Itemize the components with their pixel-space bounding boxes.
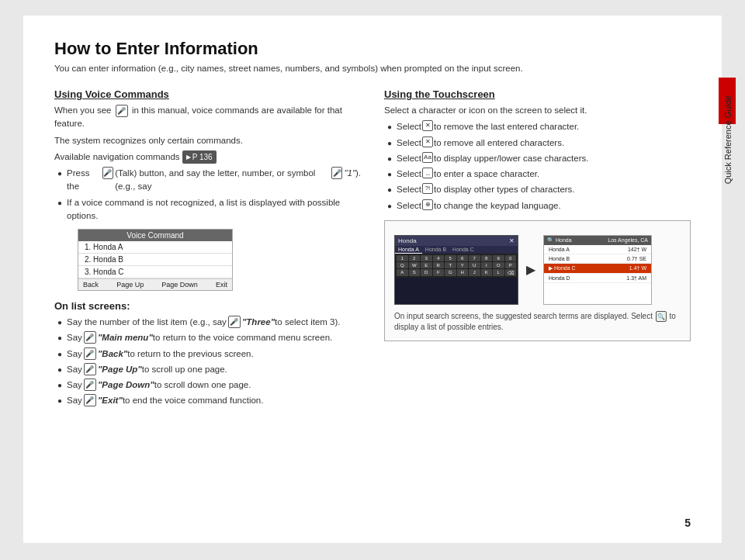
key-5: 5 [445,255,456,261]
clear-btn: ✕ [509,237,515,244]
ts-bullet-2: Select ✕ to remove all entered character… [387,137,691,150]
page-container: Quick Reference Guide How to Enter Infor… [23,16,722,543]
key-0: 0 [505,255,517,261]
key-f: F [433,269,445,276]
vcb-page-down: Page Down [161,281,198,289]
key-1: 1 [397,255,408,261]
subtitle: You can enter information (e.g., city na… [54,64,691,73]
ts-bullet-4: Select ⎵ to enter a space character. [387,168,691,181]
result-dist-2: 0.7† SE [627,256,646,261]
key-9: 9 [493,255,504,261]
key-k: K [481,269,493,276]
talk-icon: 🎤 [102,167,114,179]
main-title: How to Enter Information [54,39,691,59]
result-item-3: ▶ Honda C 1.4† W [544,264,651,274]
key-w: W [409,262,421,268]
vcb-exit: Exit [216,281,227,289]
list-bullet-3: Say 🎤 "Back" to return to the previous s… [57,347,361,361]
vcb-item-2: 2. Honda B [78,254,232,266]
other-chars-icon: ?! [422,183,433,194]
key-g: G [445,269,456,276]
tab-honda-b: Honda B [422,246,449,254]
key-r: R [433,262,445,268]
keyboard-grid: 1 2 3 4 5 6 7 8 9 0 Q W E [395,254,518,278]
result-dist-4: 1.3† AM [626,275,646,281]
voice-icon-6: 🎤 [84,379,96,391]
bullet-not-recognized: If a voice command is not recognized, a … [57,196,361,223]
arrow-icon: ▶ [526,262,535,277]
language-icon: ⊕ [422,199,433,210]
key-u: U [469,262,480,268]
key-p: P [505,262,517,268]
on-list-title: On list screens: [54,300,361,312]
key-d: D [421,269,432,276]
right-column: Using the Touchscreen Select a character… [384,88,691,414]
result-item-1: Honda A 142† W [544,245,651,254]
bullet-talk-button: Press the 🎤 (Talk) button, and say the l… [57,167,361,194]
list-bullet-6: Say 🎤 "Exit" to end the voice command fu… [57,394,361,407]
key-y: Y [457,262,469,268]
voice-icon: 🎤 [116,105,128,117]
vcb-back: Back [83,281,99,289]
system-recognizes-text: The system recognizes only certain comma… [54,134,361,147]
ts-bullet-3: Select Aa to display upper/lower case ch… [387,152,691,165]
results-header: 🔍 Honda Los Angeles, CA [544,236,651,245]
list-bullet-2: Say 🎤 "Main menu" to return to the voice… [57,331,361,344]
voice-icon-3: 🎤 [84,331,96,344]
vcb-title: Voice Command [78,230,232,241]
tab-honda-c: Honda C [449,246,477,254]
result-name-2: Honda B [549,256,570,261]
result-name-1: Honda A [549,247,570,252]
key-3: 3 [421,255,432,261]
side-label-container: Quick Reference Guide [689,62,745,217]
case-icon: Aa [422,152,433,163]
result-dist-1: 142† W [628,247,646,252]
delete-all-icon: ✕ [422,137,433,147]
screen-tabs: Honda A Honda B Honda C [395,246,518,254]
voice-icon-2: 🎤 [228,316,241,328]
key-2: 2 [409,255,421,261]
results-header-location: Los Angeles, CA [608,237,648,244]
voice-commands-title: Using Voice Commands [54,88,361,100]
side-label-text: Quick Reference Guide [723,95,733,184]
result-name-3: ▶ Honda C [549,265,576,271]
key-6: 6 [457,255,469,261]
input-text: Honda [398,237,417,244]
screen-demo: Honda ✕ Honda A Honda B Honda C 1 2 3 [394,235,681,305]
vcb-footer: Back Page Up Page Down Exit [78,278,232,290]
key-a: A [397,269,408,276]
key-8: 8 [481,255,493,261]
key-o: O [493,262,504,268]
key-j: J [469,269,480,276]
voice-bullets: Press the 🎤 (Talk) button, and say the l… [57,167,361,223]
voice-icon-7: 🎤 [84,394,96,406]
say-icon: 🎤 [331,167,343,179]
tab-honda-a: Honda A [395,246,422,254]
ts-bullet-6: Select ⊕ to change the keypad language. [387,199,691,213]
list-bullet-5: Say 🎤 "Page Down" to scroll down one pag… [57,379,361,392]
on-list-bullets: Say the number of the list item (e.g., s… [57,316,361,408]
keyboard-screen: Honda ✕ Honda A Honda B Honda C 1 2 3 [394,235,518,305]
result-dist-3: 1.4† W [629,265,646,271]
key-h: H [457,269,469,276]
voice-icon-4: 🎤 [84,347,96,360]
key-del: ⌫ [505,269,517,276]
vcb-item-1: 1. Honda A [78,241,232,254]
result-name-4: Honda D [549,275,570,281]
results-header-title: 🔍 Honda [547,237,572,244]
key-t: T [445,262,456,268]
touchscreen-title: Using the Touchscreen [384,88,691,100]
results-screen: 🔍 Honda Los Angeles, CA Honda A 142† W H… [543,235,652,305]
list-bullet-4: Say 🎤 "Page Up" to scroll up one page. [57,363,361,376]
key-l: L [493,269,504,276]
vcb-item-3: 3. Honda C [78,266,232,278]
caption-text: On input search screens, the suggested s… [394,311,681,333]
key-7: 7 [469,255,480,261]
touchscreen-intro: Select a character or icon on the screen… [384,104,691,117]
nav-link[interactable]: P 136 [182,150,217,164]
two-column-layout: Using Voice Commands When you see 🎤 in t… [54,88,691,414]
available-nav-text: Available navigation commands P 136 [54,150,361,164]
input-bar: Honda ✕ [395,236,518,246]
search-icon-inline: 🔍 [656,311,667,322]
voice-icon-5: 🎤 [84,363,96,375]
